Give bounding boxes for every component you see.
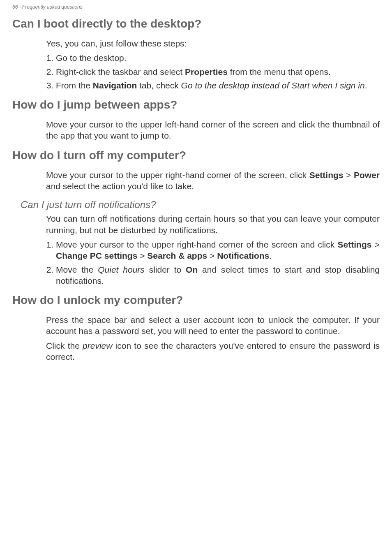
page-container: 66 - Frequently asked questions Can I bo…	[0, 0, 392, 382]
unlock-body-1: Press the space bar and select a user ac…	[46, 314, 380, 337]
notif-body: You can turn off notifications during ce…	[46, 213, 380, 236]
boot-intro: Yes, you can, just follow these steps:	[46, 38, 380, 49]
notif-steps: Move your cursor to the upper right-hand…	[46, 239, 380, 286]
boot-step-3: From the Navigation tab, check Go to the…	[56, 80, 380, 91]
off-body: Move your cursor to the upper right-hand…	[46, 169, 380, 192]
boot-step-1: Go to the desktop.	[56, 52, 380, 63]
page-number: 66	[12, 4, 18, 10]
notif-step-2: Move the Quiet hours slider to On and se…	[56, 264, 380, 287]
unlock-body-2: Click the preview icon to see the charac…	[46, 340, 380, 363]
boot-steps: Go to the desktop. Right-click the taskb…	[46, 52, 380, 91]
running-header: 66 - Frequently asked questions	[12, 4, 380, 10]
jump-body: Move your cursor to the upper left-hand …	[46, 119, 380, 141]
heading-jump-apps: How do I jump between apps?	[12, 98, 380, 111]
heading-notifications: Can I just turn off notifications?	[21, 199, 380, 211]
notif-step-1: Move your cursor to the upper right-hand…	[56, 239, 380, 262]
heading-boot-desktop: Can I boot directly to the desktop?	[12, 17, 380, 30]
header-section-title: Frequently asked questions	[22, 4, 83, 10]
heading-turn-off: How do I turn off my computer?	[12, 149, 380, 162]
boot-step-2: Right-click the taskbar and select Prope…	[56, 66, 380, 77]
heading-unlock: How do I unlock my computer?	[12, 294, 380, 307]
